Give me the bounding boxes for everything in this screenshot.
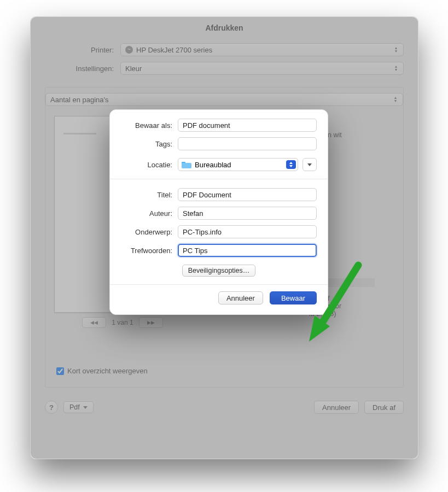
folder-icon — [182, 161, 191, 168]
save-as-label: Bewaar als: — [121, 121, 178, 130]
save-sheet-footer: Annuleer Bewaar — [110, 285, 328, 314]
updown-icon — [286, 160, 296, 169]
tags-input[interactable] — [178, 137, 317, 150]
title-input[interactable] — [178, 188, 317, 201]
save-cancel-button[interactable]: Annuleer — [218, 291, 263, 304]
keywords-label: Trefwoorden: — [121, 247, 178, 255]
author-input[interactable] — [178, 207, 317, 220]
save-as-input[interactable] — [178, 119, 317, 132]
security-options-button[interactable]: Beveiligingsopties… — [182, 265, 256, 277]
save-sheet: Bewaar als: Tags: Locatie: Bureaublad Ti… — [109, 109, 328, 315]
expand-location-button[interactable] — [302, 158, 317, 171]
keywords-input[interactable] — [178, 244, 317, 257]
subject-input[interactable] — [178, 225, 317, 238]
tags-label: Tags: — [121, 140, 178, 148]
location-select[interactable]: Bureaublad — [178, 158, 298, 171]
save-confirm-button[interactable]: Bewaar — [270, 291, 317, 304]
author-label: Auteur: — [121, 209, 178, 218]
location-label: Locatie: — [121, 161, 178, 169]
title-label: Titel: — [121, 191, 178, 199]
location-value: Bureaublad — [195, 161, 231, 169]
subject-label: Onderwerp: — [121, 228, 178, 236]
